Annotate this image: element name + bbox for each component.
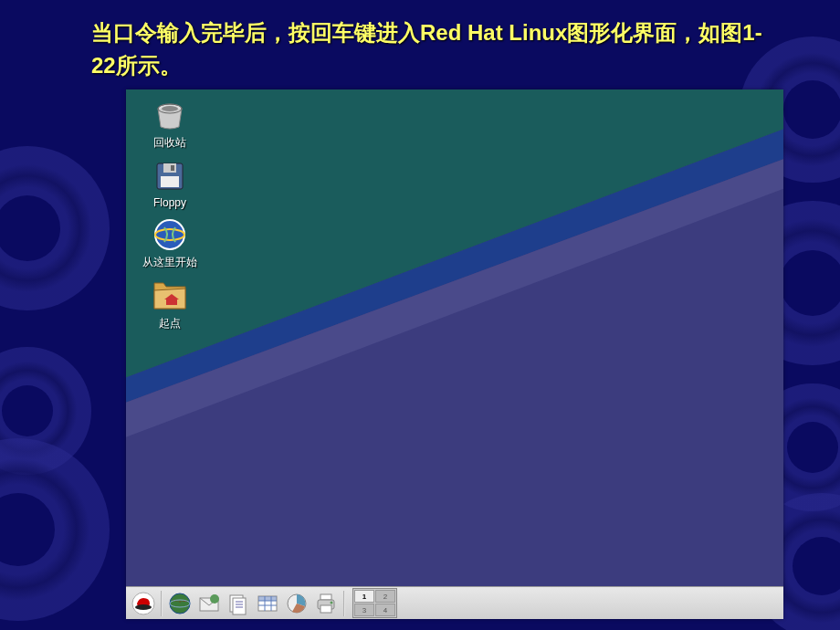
trash-icon — [152, 97, 188, 133]
printer-button[interactable] — [312, 590, 340, 617]
pager-workspace-2[interactable]: 2 — [375, 590, 395, 603]
slide-caption: 当口令输入完毕后，按回车键进入Red Hat Linux图形化界面，如图1-22… — [91, 16, 767, 82]
printer-icon — [314, 592, 338, 615]
presentation-button[interactable] — [283, 590, 310, 617]
documents-button[interactable] — [225, 590, 252, 617]
pager-workspace-4[interactable]: 4 — [375, 604, 395, 616]
floppy-icon — [152, 158, 188, 194]
desktop-area[interactable]: 回收站 Floppy — [126, 89, 783, 586]
taskbar-separator — [161, 591, 163, 616]
svg-rect-26 — [258, 596, 277, 601]
home-folder-icon — [152, 278, 188, 314]
email-button[interactable] — [195, 590, 223, 617]
svg-rect-6 — [161, 176, 179, 187]
svg-rect-5 — [171, 165, 174, 171]
documents-icon — [226, 592, 250, 615]
desktop-icon-trash[interactable]: 回收站 — [133, 97, 206, 151]
pager-workspace-1[interactable]: 1 — [354, 590, 374, 603]
start-here-icon — [152, 216, 188, 253]
svg-point-10 — [135, 604, 152, 610]
linux-desktop-screenshot: 回收站 Floppy — [126, 89, 783, 619]
svg-point-2 — [162, 106, 178, 111]
taskbar-separator — [343, 591, 345, 616]
redhat-menu-icon — [131, 592, 155, 615]
svg-point-7 — [155, 220, 184, 249]
wallpaper — [126, 89, 783, 586]
svg-rect-17 — [233, 598, 246, 614]
svg-rect-30 — [320, 605, 331, 613]
desktop-icon-home[interactable]: 起点 — [133, 278, 206, 331]
icon-label: 回收站 — [153, 135, 186, 151]
web-browser-icon — [168, 592, 192, 615]
svg-rect-28 — [320, 594, 331, 600]
desktop-icon-floppy[interactable]: Floppy — [133, 158, 206, 209]
redhat-menu-button[interactable] — [130, 590, 157, 617]
workspace-pager: 1 2 3 4 — [352, 588, 397, 618]
taskbar: 1 2 3 4 — [126, 586, 783, 619]
web-browser-button[interactable] — [166, 590, 194, 617]
spreadsheet-button[interactable] — [254, 590, 281, 617]
pager-workspace-3[interactable]: 3 — [354, 604, 374, 616]
presentation-icon — [285, 592, 309, 615]
email-icon — [197, 592, 221, 615]
svg-point-15 — [210, 594, 219, 604]
spreadsheet-icon — [256, 592, 279, 615]
icon-label: 起点 — [159, 316, 181, 331]
desktop-icons-container: 回收站 Floppy — [133, 97, 206, 331]
svg-point-31 — [331, 601, 333, 604]
icon-label: 从这里开始 — [142, 255, 197, 270]
icon-label: Floppy — [153, 196, 186, 209]
desktop-icon-start-here[interactable]: 从这里开始 — [133, 216, 206, 270]
